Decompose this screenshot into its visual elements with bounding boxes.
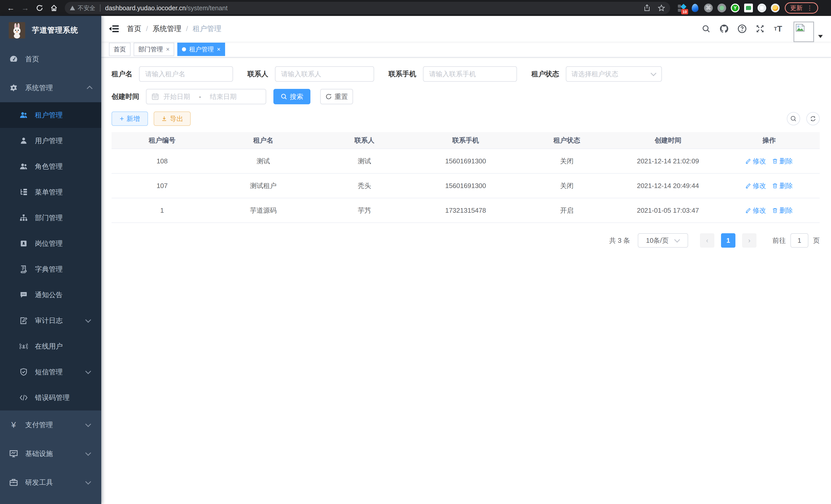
- sidebar-item-infra[interactable]: 基础设施: [0, 439, 101, 468]
- breadcrumb-home[interactable]: 首页: [127, 24, 141, 34]
- download-icon: [161, 116, 167, 122]
- breadcrumb-separator: /: [186, 25, 188, 33]
- sidebar-item-roles[interactable]: 角色管理: [0, 154, 101, 179]
- sidebar-item-dict[interactable]: 字典管理: [0, 256, 101, 282]
- divider: [100, 4, 101, 11]
- extension-record-icon[interactable]: [717, 4, 726, 12]
- help-icon[interactable]: [738, 24, 747, 33]
- prev-page-button[interactable]: ‹: [700, 233, 714, 248]
- delete-link[interactable]: 删除: [772, 206, 793, 215]
- toggle-search-button[interactable]: [787, 112, 800, 125]
- page-number-1[interactable]: 1: [721, 233, 736, 248]
- browser-update-button[interactable]: 更新 ⋮: [785, 2, 818, 13]
- date-range-picker[interactable]: 开始日期 - 结束日期: [146, 89, 266, 104]
- edit-link[interactable]: 修改: [745, 157, 766, 166]
- sidebar-item-label: 在线用户: [35, 342, 63, 351]
- col-created: 创建时间: [618, 136, 719, 145]
- tab-home[interactable]: 首页: [109, 42, 131, 56]
- security-label: 不安全: [78, 4, 95, 12]
- user-menu[interactable]: [794, 16, 823, 42]
- table-row: 107 测试租户 秃头 15601691300 关闭 2021-12-14 20…: [112, 174, 820, 198]
- sidebar-item-online-users[interactable]: 在线用户: [0, 333, 101, 359]
- org-icon: [20, 214, 28, 222]
- browser-home-icon[interactable]: [48, 2, 60, 13]
- close-icon[interactable]: ×: [217, 46, 221, 53]
- phone-input[interactable]: [423, 66, 517, 82]
- browser-back-icon[interactable]: ←: [5, 2, 17, 13]
- sms-shield-icon: [20, 368, 28, 376]
- export-button[interactable]: 导出: [154, 112, 191, 126]
- tab-tenant[interactable]: 租户管理 ×: [177, 42, 225, 56]
- extension-y-icon[interactable]: [731, 4, 740, 12]
- extension-chat-icon[interactable]: [744, 4, 753, 12]
- page-content: 租户名 联系人 联系手机 租户状态 请选择租户状态 创建时间: [101, 58, 831, 504]
- sidebar-item-users[interactable]: 用户管理: [0, 128, 101, 154]
- sidebar-item-tenant[interactable]: 租户管理: [0, 102, 101, 128]
- sidebar-item-audit-log[interactable]: 审计日志: [0, 308, 101, 333]
- page-size-select[interactable]: 10条/页: [638, 233, 688, 248]
- next-page-button[interactable]: ›: [742, 233, 756, 248]
- add-button[interactable]: + 新增: [112, 112, 148, 126]
- sidebar-item-notice[interactable]: 通知公告: [0, 282, 101, 308]
- font-size-icon[interactable]: TT: [773, 24, 783, 33]
- contact-input[interactable]: [275, 66, 374, 82]
- fullscreen-icon[interactable]: [755, 24, 765, 33]
- cell-tenant-name: 芋道源码: [213, 206, 314, 215]
- bookmark-star-icon[interactable]: [658, 4, 665, 11]
- address-bar[interactable]: 不安全 dashboard.yudao.iocoder.cn/system/te…: [65, 2, 670, 14]
- goto-label: 前往: [772, 236, 786, 245]
- extension-command-icon[interactable]: ⌘: [704, 4, 713, 12]
- goto-page-input[interactable]: [791, 233, 808, 248]
- sidebar-item-label: 首页: [25, 55, 39, 64]
- chevron-down-icon: [651, 70, 657, 76]
- security-chip[interactable]: 不安全: [70, 4, 95, 12]
- sidebar-item-departments[interactable]: 部门管理: [0, 205, 101, 231]
- refresh-button[interactable]: [806, 112, 820, 125]
- browser-menu-icon[interactable]: ⋮: [807, 5, 813, 11]
- sidebar-item-devtools[interactable]: 研发工具: [0, 468, 101, 497]
- sidebar-item-payment[interactable]: ¥ 支付管理: [0, 411, 101, 439]
- col-actions: 操作: [718, 136, 820, 145]
- edit-link[interactable]: 修改: [745, 181, 766, 190]
- tags-view-bar: 首页 部门管理 × 租户管理 ×: [101, 41, 831, 58]
- extension-emoji-icon[interactable]: [771, 4, 780, 12]
- github-icon[interactable]: [719, 24, 729, 33]
- extension-grid-icon[interactable]: 10: [677, 4, 686, 12]
- header-search-icon[interactable]: [701, 24, 711, 33]
- date-end-placeholder[interactable]: 结束日期: [210, 92, 237, 101]
- status-select[interactable]: 请选择租户状态: [566, 66, 662, 82]
- extension-balloon-icon[interactable]: [691, 4, 699, 12]
- avatar[interactable]: [794, 22, 814, 42]
- url-text[interactable]: dashboard.yudao.iocoder.cn/system/tenant: [105, 4, 228, 12]
- sidebar-item-sms[interactable]: 短信管理: [0, 359, 101, 385]
- sidebar-item-label: 岗位管理: [35, 239, 63, 248]
- tenant-name-input[interactable]: [139, 66, 233, 82]
- delete-link[interactable]: 删除: [772, 181, 793, 190]
- sidebar-item-posts[interactable]: 岗位管理: [0, 231, 101, 256]
- app-logo[interactable]: 芋道管理系统: [0, 16, 101, 45]
- search-label: 搜索: [290, 92, 303, 101]
- tab-departments[interactable]: 部门管理 ×: [134, 42, 174, 56]
- sidebar-item-menus[interactable]: 菜单管理: [0, 179, 101, 205]
- delete-link[interactable]: 删除: [772, 157, 793, 166]
- browser-reload-icon[interactable]: [34, 2, 45, 13]
- close-icon[interactable]: ×: [166, 46, 170, 53]
- browser-toolbar: ← → 不安全 dashboard.yudao.iocoder.cn/syste…: [0, 0, 831, 16]
- browser-forward-icon[interactable]: →: [20, 2, 31, 13]
- tab-label: 部门管理: [138, 45, 163, 53]
- search-button[interactable]: 搜索: [274, 89, 310, 104]
- date-start-placeholder[interactable]: 开始日期: [164, 92, 190, 101]
- sidebar-item-error-codes[interactable]: 错误码管理: [0, 385, 101, 411]
- reset-button[interactable]: 重置: [320, 89, 353, 104]
- edit-icon: [745, 183, 751, 188]
- table-header-row: 租户编号 租户名 联系人 联系手机 租户状态 创建时间 操作: [112, 132, 820, 149]
- logo-image: [9, 22, 25, 38]
- col-status: 租户状态: [516, 136, 618, 145]
- sidebar-item-system[interactable]: 系统管理: [0, 73, 101, 102]
- edit-link[interactable]: 修改: [745, 206, 766, 215]
- share-icon[interactable]: [643, 4, 651, 11]
- sidebar-item-home[interactable]: 首页: [0, 45, 101, 73]
- breadcrumb-system[interactable]: 系统管理: [153, 24, 181, 34]
- sidebar-collapse-icon[interactable]: [109, 24, 119, 34]
- extension-puzzle-icon[interactable]: [757, 4, 766, 12]
